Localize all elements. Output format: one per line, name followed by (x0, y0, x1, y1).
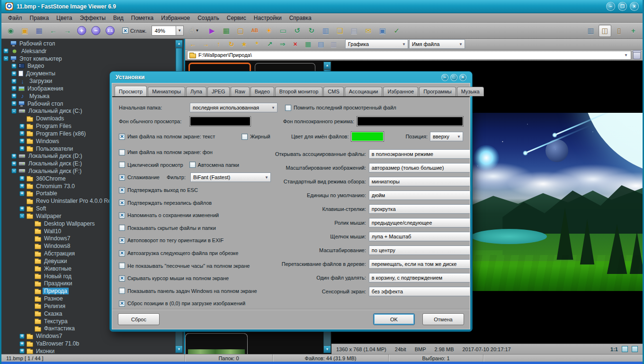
tree-expander[interactable]: + (19, 138, 25, 144)
tree-expander[interactable]: - (19, 213, 25, 218)
rotate-left-icon[interactable]: ↺ (291, 25, 304, 37)
up-folder-icon[interactable]: ↑ (213, 39, 224, 49)
tree-expander[interactable]: + (19, 124, 25, 129)
zoom-out-icon[interactable]: − (89, 25, 102, 37)
fullscreen-filename-check[interactable]: Имя файла на полном экране: текст (119, 134, 215, 140)
tree-expander[interactable]: + (11, 154, 17, 159)
checkbox[interactable] (119, 237, 125, 244)
file-filter-combo[interactable]: Графика▼ (345, 39, 408, 49)
filter-combo[interactable]: BiFant (Fastest)▼ (190, 173, 271, 182)
settings-tab[interactable]: Программы (419, 87, 456, 96)
start-folder-combo[interactable]: последняя использованная▼ (190, 103, 277, 112)
dialog-restore-button[interactable]: □ (450, 74, 457, 81)
checkbox[interactable] (285, 105, 291, 111)
restore-button[interactable]: ❐ (618, 2, 627, 11)
tree-expander[interactable]: + (3, 48, 9, 54)
chevron-down-icon[interactable]: ▼ (176, 26, 184, 36)
option-checkbox-row[interactable]: Автозагрузка следующего файла при обрезк… (119, 247, 275, 260)
email-icon[interactable]: ✉ (362, 25, 375, 37)
move-to-icon[interactable]: ↗ (264, 39, 276, 49)
forward-icon[interactable]: → (200, 39, 212, 49)
menu-item[interactable]: Настройки (250, 15, 286, 21)
thumbnail[interactable] (255, 63, 315, 72)
checkbox[interactable] (119, 174, 125, 181)
tree-item[interactable]: + Видео (1, 62, 184, 70)
option-combo[interactable]: миниатюры▼ (369, 177, 470, 186)
reset-button[interactable]: Сброс (118, 313, 160, 325)
smoothing-toggle[interactable]: Сглаж. (122, 27, 147, 34)
menu-item[interactable]: Справка (286, 15, 315, 21)
actual-size-icon[interactable]: 1:1 (104, 25, 116, 37)
compare-images-icon[interactable]: ▥ (319, 25, 332, 37)
checkbox[interactable] (119, 134, 125, 140)
tree-item[interactable]: + Иконки (1, 347, 184, 354)
delete-icon[interactable]: × (289, 39, 301, 49)
tree-expander[interactable]: + (11, 93, 17, 99)
option-combo[interactable]: дюйм▼ (369, 191, 470, 200)
new-folder-icon[interactable]: * (251, 39, 263, 49)
minimize-button[interactable]: – (606, 2, 615, 11)
bg-normal-swatch[interactable] (190, 117, 250, 126)
trash-icon[interactable] (633, 51, 641, 59)
back-icon[interactable]: ← (187, 39, 199, 49)
menu-item[interactable]: Создать (194, 15, 223, 21)
menu-item[interactable]: Избранное (157, 15, 194, 21)
settings-tab[interactable]: Ассоциации (345, 87, 383, 96)
tree-expander[interactable]: + (11, 101, 17, 106)
fit-screen-icon[interactable] (632, 346, 638, 352)
checkbox[interactable] (119, 225, 125, 231)
slideshow-icon[interactable]: ▶ (206, 25, 218, 37)
print-icon[interactable]: ▣ (376, 25, 389, 37)
tree-item[interactable]: + YaBrowser 71.0b (1, 340, 184, 347)
checkbox[interactable] (119, 200, 125, 206)
menu-item[interactable]: Пометка (127, 15, 158, 21)
option-checkbox-row[interactable]: Подтверждать выход по ESC (119, 184, 275, 197)
scroll-down-icon[interactable]: ▼ (176, 346, 182, 353)
chevron-down-icon[interactable]: ▼ (624, 53, 629, 57)
menu-item[interactable]: Вид (109, 15, 127, 21)
copy-move-icon[interactable]: ❏ (333, 25, 346, 37)
dialog-title-bar[interactable]: Установки – □ × (112, 72, 470, 83)
thumbnails-view-icon[interactable]: ▦ (302, 39, 314, 49)
scroll-up-icon[interactable]: ▲ (324, 62, 331, 69)
resize-icon[interactable]: ▭ (277, 25, 289, 37)
tree-expander[interactable]: - (11, 109, 17, 114)
menu-item[interactable]: Файл (4, 15, 26, 21)
checkbox[interactable] (119, 250, 125, 256)
tree-expander[interactable]: + (11, 86, 17, 91)
option-checkbox-row[interactable]: Имя файла на полном экране: фон (119, 146, 275, 159)
tree-item[interactable]: + Windows7 (1, 332, 184, 340)
option-combo[interactable]: без эффекта▼ (369, 287, 470, 296)
checkbox[interactable] (119, 263, 125, 269)
option-combo[interactable]: авторазмер (только большие)▼ (369, 163, 470, 173)
bold-check[interactable]: Жирный (242, 134, 270, 140)
tree-expander[interactable]: + (19, 183, 25, 189)
settings-tab[interactable]: Избранное (383, 87, 418, 96)
list-view-icon[interactable]: ▤ (315, 39, 327, 49)
checkbox[interactable] (119, 149, 125, 155)
address-input[interactable]: F:\Wallpaper\Природа\ ▼ (187, 51, 631, 60)
option-checkbox-row[interactable]: Подтверждать перезапись файлов (119, 196, 275, 209)
remember-last-file-check[interactable]: Помнить последний просмотренный файл (285, 105, 396, 111)
tree-expander[interactable]: + (19, 206, 25, 211)
auto-folder-change-check[interactable]: Автосмена папки (189, 162, 239, 168)
tree-expander[interactable]: - (11, 168, 17, 173)
checkbox[interactable] (119, 300, 125, 307)
settings-tab[interactable]: JPEG (207, 87, 230, 96)
tree-expander[interactable]: + (11, 71, 17, 76)
checkbox[interactable] (242, 134, 248, 140)
option-combo[interactable]: в полноэкранном режиме▼ (369, 149, 470, 159)
menu-item[interactable]: Правка (26, 15, 53, 21)
tree-expander[interactable]: + (19, 341, 25, 346)
refresh-icon[interactable]: ↻ (225, 39, 237, 49)
tree-expander[interactable]: + (19, 131, 25, 136)
next-image-icon[interactable]: → (61, 25, 74, 37)
tree-item[interactable]: - Этот компьютер (1, 55, 184, 63)
settings-tab[interactable]: Просмотр (115, 86, 147, 96)
layout-browser-icon[interactable]: ▥ (584, 25, 597, 37)
checkbox[interactable] (119, 288, 125, 294)
option-combo[interactable]: предыдущее/следующее▼ (369, 218, 470, 228)
option-checkbox-row[interactable]: Сброс позиции в (0,0) при загрузке изобр… (119, 297, 275, 307)
option-combo[interactable]: по центру▼ (369, 246, 470, 255)
checkbox[interactable] (119, 275, 125, 282)
